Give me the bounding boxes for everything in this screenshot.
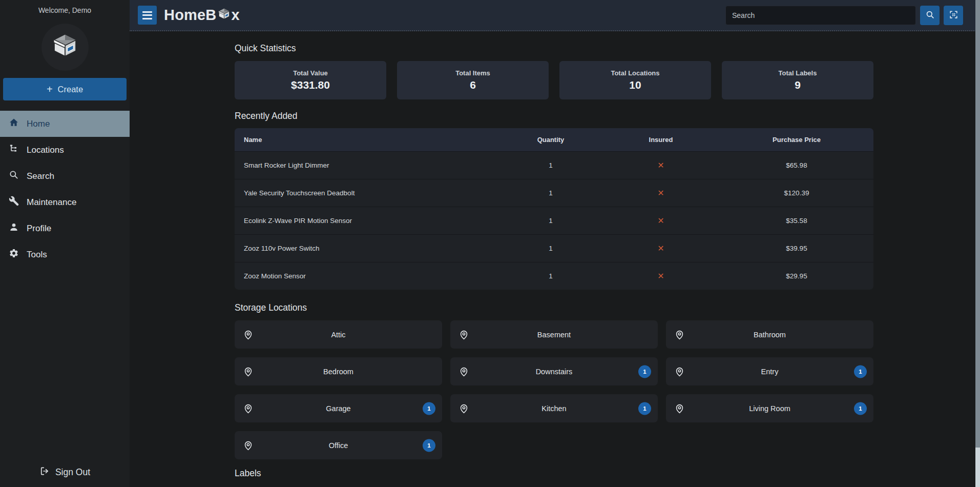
location-card-downstairs[interactable]: Downstairs 1 xyxy=(450,357,658,385)
location-card-living-room[interactable]: Living Room 1 xyxy=(666,394,873,422)
location-card-garage[interactable]: Garage 1 xyxy=(235,394,442,422)
person-icon xyxy=(9,222,19,235)
item-price: $39.95 xyxy=(720,245,873,252)
location-count-badge: 1 xyxy=(638,365,651,378)
home-icon xyxy=(9,117,19,130)
sidebar-item-locations[interactable]: Locations xyxy=(0,137,130,163)
labels-title: Labels xyxy=(235,468,873,479)
stat-card-total-value: Total Value $331.80 xyxy=(235,61,386,99)
location-card-kitchen[interactable]: Kitchen 1 xyxy=(450,394,658,422)
location-count-badge: 1 xyxy=(854,402,867,415)
quick-statistics-title: Quick Statistics xyxy=(235,43,873,54)
sidebar-item-label: Home xyxy=(27,119,50,129)
sidebar-item-search[interactable]: Search xyxy=(0,163,130,189)
item-name: Smart Rocker Light Dimmer xyxy=(235,161,499,169)
welcome-text: Welcome, Demo xyxy=(0,6,130,14)
qr-scan-button[interactable] xyxy=(944,6,963,25)
table-header-row: Name Quantity Insured Purchase Price xyxy=(235,128,873,151)
location-count-badge: 1 xyxy=(854,365,867,378)
item-quantity: 1 xyxy=(499,245,602,252)
stat-label: Total Items xyxy=(455,69,490,77)
sidebar-item-profile[interactable]: Profile xyxy=(0,215,130,241)
sidebar-item-label: Profile xyxy=(27,224,51,234)
not-insured-icon: ✕ xyxy=(602,160,720,170)
table-row[interactable]: Smart Rocker Light Dimmer 1 ✕ $65.98 xyxy=(235,151,873,179)
location-card-bathroom[interactable]: Bathroom xyxy=(666,320,873,349)
column-header-purchase-price: Purchase Price xyxy=(720,136,873,144)
table-row[interactable]: Yale Security Touchscreen Deadbolt 1 ✕ $… xyxy=(235,179,873,207)
main-content: Quick Statistics Total Value $331.80 Tot… xyxy=(130,31,975,487)
location-count-badge: 1 xyxy=(638,402,651,415)
location-name: Basement xyxy=(450,320,658,349)
location-card-basement[interactable]: Basement xyxy=(450,320,658,349)
location-card-attic[interactable]: Attic xyxy=(235,320,442,349)
sidebar-item-maintenance[interactable]: Maintenance xyxy=(0,189,130,215)
brand-suffix: x xyxy=(232,7,240,24)
item-quantity: 1 xyxy=(499,272,602,280)
logout-icon xyxy=(39,466,50,479)
top-header: HomeB x xyxy=(130,0,980,31)
location-count-badge: 1 xyxy=(423,402,435,415)
sign-out-button[interactable]: Sign Out xyxy=(0,461,130,483)
storage-locations-title: Storage Locations xyxy=(235,302,873,313)
not-insured-icon: ✕ xyxy=(602,216,720,226)
stat-label: Total Value xyxy=(293,69,328,77)
table-row[interactable]: Ecolink Z-Wave PIR Motion Sensor 1 ✕ $35… xyxy=(235,207,873,234)
scrollbar-thumb[interactable] xyxy=(975,0,980,448)
not-insured-icon: ✕ xyxy=(602,271,720,281)
sidebar-item-label: Maintenance xyxy=(27,197,76,208)
stat-value: 10 xyxy=(629,79,641,91)
location-name: Kitchen xyxy=(450,394,658,422)
table-row[interactable]: Zooz 110v Power Switch 1 ✕ $39.95 xyxy=(235,234,873,262)
column-header-quantity: Quantity xyxy=(499,136,602,144)
item-name: Ecolink Z-Wave PIR Motion Sensor xyxy=(235,217,499,225)
sign-out-label: Sign Out xyxy=(55,467,90,478)
stat-value: 6 xyxy=(470,79,476,91)
item-price: $29.95 xyxy=(720,272,873,280)
item-price: $65.98 xyxy=(720,161,873,169)
search-submit-button[interactable] xyxy=(920,6,940,25)
stat-card-total-items: Total Items 6 xyxy=(397,61,549,99)
sidebar-item-tools[interactable]: Tools xyxy=(0,241,130,268)
stat-value: 9 xyxy=(795,79,801,91)
column-header-name: Name xyxy=(235,136,499,144)
item-quantity: 1 xyxy=(499,189,602,197)
create-button[interactable]: + Create xyxy=(3,78,127,100)
item-name: Zooz 110v Power Switch xyxy=(235,245,499,252)
search-icon xyxy=(925,10,935,21)
menu-button[interactable] xyxy=(138,6,157,25)
page-scrollbar[interactable] xyxy=(975,0,980,487)
location-name: Garage xyxy=(235,394,442,422)
location-card-bedroom[interactable]: Bedroom xyxy=(235,357,442,385)
table-row[interactable]: Zooz Motion Sensor 1 ✕ $29.95 xyxy=(235,262,873,290)
location-name: Bedroom xyxy=(235,357,442,385)
item-price: $120.39 xyxy=(720,189,873,197)
sidebar: Welcome, Demo + Create Home xyxy=(0,0,130,487)
hamburger-icon xyxy=(142,11,152,13)
brand-logo: HomeB x xyxy=(164,6,240,25)
location-name: Downstairs xyxy=(450,357,658,385)
sidebar-item-label: Locations xyxy=(27,145,64,155)
location-card-entry[interactable]: Entry 1 xyxy=(666,357,873,385)
item-quantity: 1 xyxy=(499,217,602,225)
item-name: Zooz Motion Sensor xyxy=(235,272,499,280)
sidebar-item-label: Search xyxy=(27,171,54,181)
item-name: Yale Security Touchscreen Deadbolt xyxy=(235,189,499,197)
sidebar-nav: Home Locations Search xyxy=(0,111,130,268)
search-input[interactable] xyxy=(725,6,916,25)
item-quantity: 1 xyxy=(499,161,602,169)
sidebar-item-home[interactable]: Home xyxy=(0,111,130,137)
recently-added-table: Name Quantity Insured Purchase Price Sma… xyxy=(235,128,873,290)
recently-added-title: Recently Added xyxy=(235,111,873,121)
stat-card-total-labels: Total Labels 9 xyxy=(722,61,873,99)
column-header-insured: Insured xyxy=(602,136,720,144)
location-count-badge: 1 xyxy=(423,439,435,452)
stat-label: Total Labels xyxy=(779,69,817,77)
not-insured-icon: ✕ xyxy=(602,244,720,253)
location-name: Office xyxy=(235,431,442,459)
stat-card-total-locations: Total Locations 10 xyxy=(559,61,711,99)
item-price: $35.58 xyxy=(720,217,873,225)
location-card-office[interactable]: Office 1 xyxy=(235,431,442,459)
location-name: Living Room xyxy=(666,394,873,422)
tree-icon xyxy=(9,144,19,156)
